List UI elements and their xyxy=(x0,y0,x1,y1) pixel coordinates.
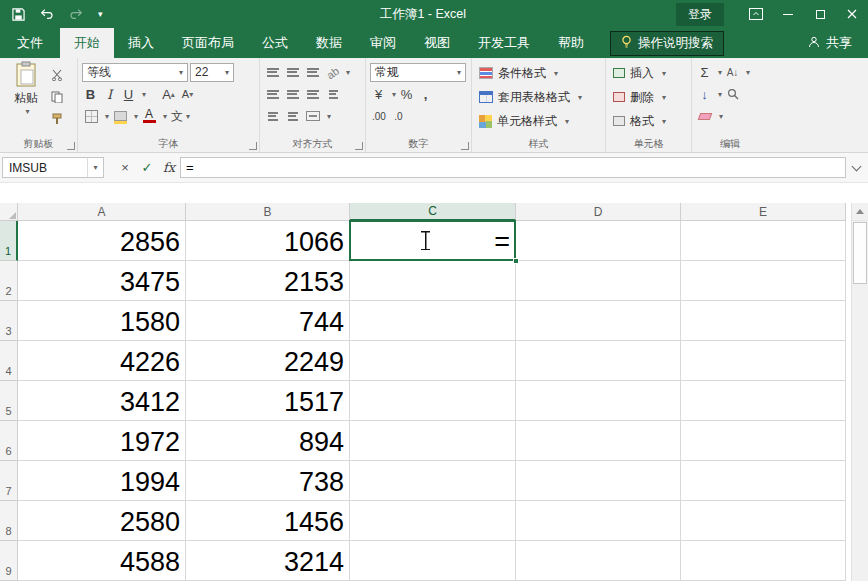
underline-dropdown-arrow[interactable]: ▾ xyxy=(142,90,146,99)
shrink-font-button[interactable]: A▾ xyxy=(179,85,196,104)
font-name-select[interactable]: 等线▾ xyxy=(82,63,188,82)
cell-B2[interactable]: 2153 xyxy=(186,261,350,301)
align-bottom-icon[interactable] xyxy=(304,63,322,81)
cell-D9[interactable] xyxy=(516,541,681,581)
cell-A2[interactable]: 3475 xyxy=(18,261,186,301)
undo-icon[interactable] xyxy=(40,8,54,20)
merge-center-icon[interactable] xyxy=(304,107,322,125)
vertical-scrollbar[interactable] xyxy=(851,203,868,581)
column-header-A[interactable]: A xyxy=(18,203,186,221)
name-box-dropdown-arrow[interactable]: ▾ xyxy=(87,158,103,177)
fill-handle[interactable] xyxy=(513,258,519,264)
tab-file[interactable]: 文件 xyxy=(0,28,60,58)
cell-E8[interactable] xyxy=(681,501,846,541)
fill-color-dropdown-arrow[interactable]: ▾ xyxy=(134,112,138,121)
find-select-icon[interactable] xyxy=(724,85,742,103)
clear-dropdown-arrow[interactable]: ▾ xyxy=(719,112,723,121)
cell-A9[interactable]: 4588 xyxy=(18,541,186,581)
cell-B9[interactable]: 3214 xyxy=(186,541,350,581)
cell-A8[interactable]: 2580 xyxy=(18,501,186,541)
cell-B3[interactable]: 744 xyxy=(186,301,350,341)
cell-E9[interactable] xyxy=(681,541,846,581)
row-header-3[interactable]: 3 xyxy=(0,301,18,341)
grow-font-button[interactable]: A▴ xyxy=(160,85,177,104)
cell-E1[interactable] xyxy=(681,221,846,261)
minimize-button[interactable] xyxy=(772,0,804,28)
cell-A5[interactable]: 3412 xyxy=(18,381,186,421)
format-as-table-button[interactable]: 套用表格格式 ▾ xyxy=(476,85,601,109)
share-button[interactable]: 共享 xyxy=(792,28,868,58)
paste-button[interactable]: 粘贴 ▾ xyxy=(4,61,48,128)
column-header-C[interactable]: C xyxy=(350,203,516,221)
cell-styles-button[interactable]: 单元格样式 ▾ xyxy=(476,109,601,133)
bold-button[interactable]: B xyxy=(82,85,99,104)
save-icon[interactable] xyxy=(12,8,25,21)
cell-B7[interactable]: 738 xyxy=(186,461,350,501)
font-color-icon[interactable]: A xyxy=(140,107,158,125)
italic-button[interactable]: I xyxy=(101,85,118,104)
cell-A3[interactable]: 1580 xyxy=(18,301,186,341)
cell-C1[interactable]: = xyxy=(350,221,516,261)
tab-data[interactable]: 数据 xyxy=(302,28,356,58)
tab-developer[interactable]: 开发工具 xyxy=(464,28,544,58)
row-header-1[interactable]: 1 xyxy=(0,221,18,261)
borders-dropdown-arrow[interactable]: ▾ xyxy=(105,112,109,121)
borders-icon[interactable] xyxy=(82,107,100,125)
row-header-8[interactable]: 8 xyxy=(0,501,18,541)
cell-D8[interactable] xyxy=(516,501,681,541)
cut-icon[interactable] xyxy=(48,66,66,84)
number-dialog-launcher[interactable] xyxy=(461,142,469,150)
ribbon-display-options-icon[interactable] xyxy=(740,0,772,28)
row-header-4[interactable]: 4 xyxy=(0,341,18,381)
scroll-up-icon[interactable] xyxy=(852,203,868,221)
paste-dropdown-arrow[interactable]: ▾ xyxy=(25,107,29,116)
phonetic-guide-button[interactable]: 文▾ xyxy=(169,107,192,126)
cell-C2[interactable] xyxy=(350,261,516,301)
align-right-icon[interactable] xyxy=(304,85,322,103)
sort-filter-icon[interactable]: A↓ xyxy=(724,63,741,82)
format-painter-icon[interactable] xyxy=(48,110,66,128)
cell-A6[interactable]: 1972 xyxy=(18,421,186,461)
alignment-dialog-launcher[interactable] xyxy=(355,142,363,150)
font-size-select[interactable]: 22▾ xyxy=(190,63,234,82)
align-center-icon[interactable] xyxy=(284,85,302,103)
cell-D3[interactable] xyxy=(516,301,681,341)
font-dialog-launcher[interactable] xyxy=(249,142,257,150)
name-box[interactable]: IMSUB ▾ xyxy=(2,157,104,178)
column-header-B[interactable]: B xyxy=(186,203,350,221)
align-middle-icon[interactable] xyxy=(284,63,302,81)
expand-formula-bar-icon[interactable] xyxy=(846,157,866,178)
scrollbar-thumb[interactable] xyxy=(853,222,867,284)
column-header-E[interactable]: E xyxy=(681,203,846,221)
cell-B5[interactable]: 1517 xyxy=(186,381,350,421)
copy-icon[interactable] xyxy=(48,88,66,106)
close-button[interactable] xyxy=(836,0,868,28)
cell-D1[interactable] xyxy=(516,221,681,261)
merge-dropdown-arrow[interactable]: ▾ xyxy=(327,112,331,121)
cell-D2[interactable] xyxy=(516,261,681,301)
underline-button[interactable]: U xyxy=(120,85,137,104)
cell-C9[interactable] xyxy=(350,541,516,581)
cell-A7[interactable]: 1994 xyxy=(18,461,186,501)
currency-icon[interactable]: ¥ xyxy=(370,85,387,104)
cell-C8[interactable] xyxy=(350,501,516,541)
cell-C3[interactable] xyxy=(350,301,516,341)
cancel-button[interactable]: × xyxy=(114,157,136,178)
align-top-icon[interactable] xyxy=(264,63,282,81)
increase-decimal-icon[interactable]: .00 xyxy=(370,107,388,126)
cell-C7[interactable] xyxy=(350,461,516,501)
login-button[interactable]: 登录 xyxy=(676,3,724,26)
tab-page-layout[interactable]: 页面布局 xyxy=(168,28,248,58)
cell-B1[interactable]: 1066 xyxy=(186,221,350,261)
column-header-D[interactable]: D xyxy=(516,203,681,221)
cell-D4[interactable] xyxy=(516,341,681,381)
orientation-dropdown-arrow[interactable]: ▾ xyxy=(346,68,350,77)
percent-icon[interactable]: % xyxy=(398,85,415,104)
wrap-text-icon[interactable] xyxy=(324,85,342,103)
enter-button[interactable]: ✓ xyxy=(136,157,158,178)
cell-C5[interactable] xyxy=(350,381,516,421)
tab-help[interactable]: 帮助 xyxy=(544,28,598,58)
cell-C4[interactable] xyxy=(350,341,516,381)
fill-down-icon[interactable]: ↓ xyxy=(696,85,713,104)
customize-qat-icon[interactable]: ▾ xyxy=(98,9,103,19)
